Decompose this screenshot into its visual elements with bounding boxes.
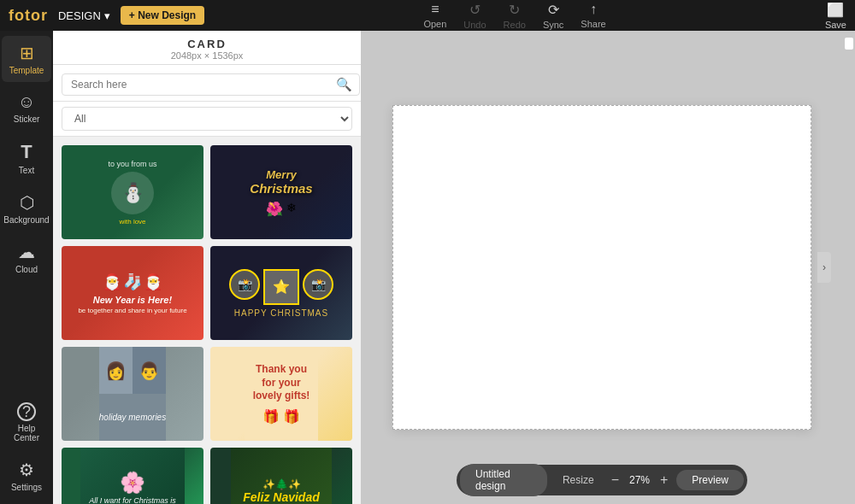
cloud-icon: ☁ bbox=[18, 242, 35, 262]
sync-action[interactable]: ⟳ Sync bbox=[543, 2, 563, 30]
sidebar-template-label: Template bbox=[9, 66, 44, 75]
zoom-value: 27% bbox=[624, 474, 655, 486]
undo-icon: ↺ bbox=[469, 2, 481, 18]
new-design-button[interactable]: + New Design bbox=[121, 6, 204, 25]
main-area: ⊞ Template ☺ Sticker T Text ⬡ Background… bbox=[0, 31, 855, 504]
filter-area: All Christmas New Year Holiday bbox=[53, 102, 361, 137]
background-icon: ⬡ bbox=[20, 192, 34, 213]
templates-grid: to you from us ⛄ with love Merry Christm… bbox=[53, 137, 361, 504]
share-action[interactable]: ↑ Share bbox=[581, 2, 605, 29]
card-title: CARD bbox=[53, 38, 361, 50]
settings-icon: ⚙ bbox=[19, 460, 34, 480]
save-button[interactable]: ⬜ Save bbox=[825, 2, 846, 30]
zoom-in-button[interactable]: + bbox=[655, 472, 673, 488]
topbar-left: fotor DESIGN ▾ + New Design bbox=[9, 6, 204, 25]
template-card-1[interactable]: to you from us ⛄ with love bbox=[62, 145, 203, 239]
canvas-wrapper bbox=[392, 105, 811, 430]
search-icon: 🔍 bbox=[336, 77, 352, 91]
template-card-8[interactable]: ✨🌲✨ Feliz Navidad PROSPERO AÑO Y FELICID… bbox=[210, 448, 352, 504]
topbar-center: ≡ Open ↺ Undo ↻ Redo ⟳ Sync ↑ Share bbox=[423, 2, 605, 30]
left-sidebar: ⊞ Template ☺ Sticker T Text ⬡ Background… bbox=[0, 31, 53, 504]
undo-label: Undo bbox=[463, 20, 486, 30]
undo-action[interactable]: ↺ Undo bbox=[463, 2, 486, 30]
card-dims: 2048px × 1536px bbox=[53, 50, 361, 61]
right-panel bbox=[843, 31, 855, 504]
sidebar-text-label: Text bbox=[19, 166, 34, 175]
template-card-7[interactable]: 🌸 All I want for Christmas is you! bbox=[62, 448, 203, 504]
sidebar-item-text[interactable]: T Text bbox=[2, 134, 51, 182]
sidebar-item-background[interactable]: ⬡ Background bbox=[2, 185, 51, 231]
template-card-6[interactable]: Thank youfor yourlovely gifts! 🎁 🎁 bbox=[210, 347, 352, 441]
sidebar-sticker-label: Sticker bbox=[14, 114, 40, 124]
zoom-out-button[interactable]: − bbox=[606, 472, 624, 488]
sidebar-item-help[interactable]: ? Help Center bbox=[2, 396, 51, 449]
panel-header: CARD 2048px × 1536px bbox=[53, 31, 361, 65]
sidebar-settings-label: Settings bbox=[11, 483, 42, 492]
sidebar-item-sticker[interactable]: ☺ Sticker bbox=[2, 85, 51, 131]
canvas-area: › Untitled design Resize − 27% + Preview bbox=[361, 31, 843, 504]
help-icon: ? bbox=[17, 402, 36, 421]
template-icon: ⊞ bbox=[20, 43, 34, 63]
sync-label: Sync bbox=[543, 20, 563, 30]
chevron-right-icon: › bbox=[823, 261, 826, 273]
redo-action[interactable]: ↻ Redo bbox=[504, 2, 526, 30]
template-card-5[interactable]: 👩 👨 holiday memories bbox=[62, 347, 203, 441]
open-icon: ≡ bbox=[431, 2, 439, 17]
sticker-icon: ☺ bbox=[18, 92, 35, 112]
sidebar-help-label: Help Center bbox=[5, 424, 48, 442]
topbar-right: ⬜ Save bbox=[825, 2, 846, 30]
share-label: Share bbox=[581, 19, 605, 29]
filter-select[interactable]: All Christmas New Year Holiday bbox=[62, 107, 352, 131]
text-icon: T bbox=[21, 141, 32, 163]
save-label: Save bbox=[825, 20, 846, 30]
topbar: fotor DESIGN ▾ + New Design ≡ Open ↺ Und… bbox=[0, 0, 855, 31]
design-name: Untitled design bbox=[460, 464, 547, 496]
fotor-logo: fotor bbox=[9, 7, 48, 25]
template-card-3[interactable]: 🎅 🧦 🎅 New Year is Here! be together and … bbox=[62, 246, 203, 340]
template-card-4[interactable]: 📸 ⭐ 📸 HAPPY CHRISTMAS bbox=[210, 246, 352, 340]
template-card-2[interactable]: Merry Christmas 🌺 ❄ bbox=[210, 145, 352, 239]
search-input[interactable] bbox=[62, 73, 360, 96]
sidebar-item-cloud[interactable]: ☁ Cloud bbox=[2, 235, 51, 281]
sidebar-item-template[interactable]: ⊞ Template bbox=[2, 36, 51, 82]
sync-icon: ⟳ bbox=[548, 2, 559, 18]
resize-button[interactable]: Resize bbox=[551, 474, 606, 486]
save-icon: ⬜ bbox=[827, 2, 844, 18]
preview-button[interactable]: Preview bbox=[676, 470, 744, 490]
sidebar-item-settings[interactable]: ⚙ Settings bbox=[2, 453, 51, 499]
open-label: Open bbox=[423, 19, 446, 29]
template-panel: CARD 2048px × 1536px 🔍 All Christmas New… bbox=[53, 31, 361, 504]
bottom-bar: Untitled design Resize − 27% + Preview bbox=[457, 465, 747, 495]
sidebar-cloud-label: Cloud bbox=[15, 265, 38, 274]
open-action[interactable]: ≡ Open bbox=[423, 2, 446, 29]
redo-label: Redo bbox=[504, 20, 526, 30]
design-button[interactable]: DESIGN ▾ bbox=[58, 9, 110, 22]
sidebar-background-label: Background bbox=[3, 215, 49, 225]
right-mini-thumb-1 bbox=[845, 38, 853, 50]
search-area: 🔍 bbox=[53, 65, 361, 102]
redo-icon: ↻ bbox=[509, 2, 520, 18]
search-button[interactable]: 🔍 bbox=[336, 77, 352, 92]
collapse-panel-button[interactable]: › bbox=[817, 252, 831, 283]
share-icon: ↑ bbox=[590, 2, 597, 17]
